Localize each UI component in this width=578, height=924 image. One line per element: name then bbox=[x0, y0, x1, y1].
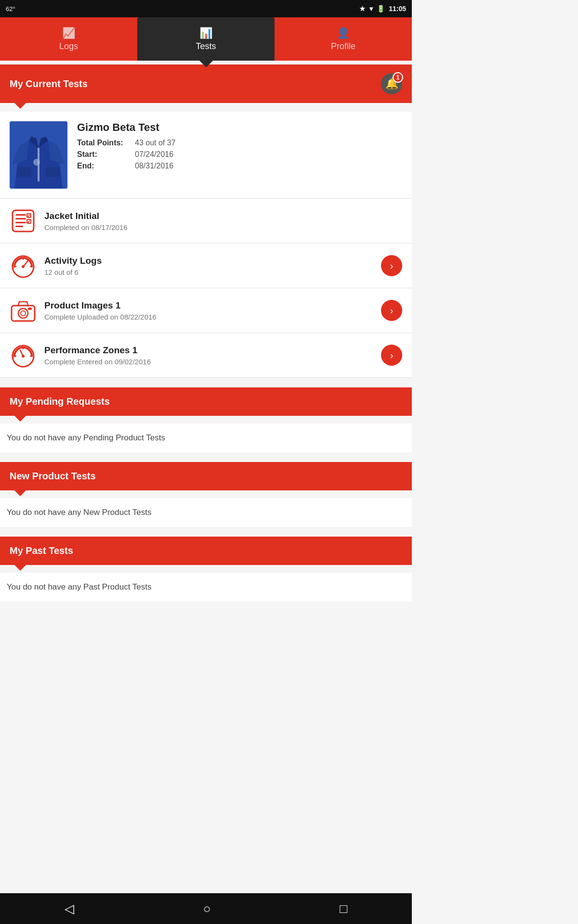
logs-icon: 📈 bbox=[62, 27, 75, 39]
tab-logs-label: Logs bbox=[59, 41, 78, 51]
list-item-product-images[interactable]: Product Images 1 Complete Uploaded on 08… bbox=[0, 288, 412, 333]
svg-rect-6 bbox=[15, 214, 26, 216]
jacket-initial-title: Jacket Initial bbox=[44, 211, 402, 221]
performance-zones-subtitle: Complete Entered on 09/02/2016 bbox=[44, 358, 373, 366]
jacket-initial-content: Jacket Initial Completed on 08/17/2016 bbox=[44, 211, 402, 231]
pending-requests-empty: You do not have any Pending Product Test… bbox=[0, 424, 412, 452]
tab-profile[interactable]: 👤 Profile bbox=[275, 17, 412, 61]
gauge-icon-activity bbox=[10, 252, 37, 279]
svg-point-23 bbox=[21, 311, 26, 316]
new-product-tests-header: New Product Tests bbox=[0, 462, 412, 490]
wifi-icon: ▾ bbox=[369, 5, 373, 13]
svg-rect-8 bbox=[15, 222, 26, 223]
svg-point-17 bbox=[22, 265, 25, 268]
performance-zones-title: Performance Zones 1 bbox=[44, 345, 373, 356]
gauge-icon-performance bbox=[10, 342, 37, 369]
past-tests-title: My Past Tests bbox=[10, 545, 73, 556]
tab-tests[interactable]: 📊 Tests bbox=[137, 17, 275, 61]
checklist-icon bbox=[10, 207, 37, 234]
product-images-subtitle: Complete Uploaded on 08/22/2016 bbox=[44, 313, 373, 321]
svg-rect-24 bbox=[28, 308, 32, 310]
list-item-activity-logs[interactable]: Activity Logs 12 out of 6 › bbox=[0, 244, 412, 288]
start-value: 07/24/2016 bbox=[135, 150, 173, 159]
status-bar: 62° ★ ▾ 🔋 11:05 bbox=[0, 0, 412, 17]
new-product-tests-title: New Product Tests bbox=[10, 471, 96, 482]
back-button[interactable]: ◁ bbox=[65, 901, 74, 916]
jacket-initial-subtitle: Completed on 08/17/2016 bbox=[44, 223, 402, 231]
svg-rect-3 bbox=[17, 167, 31, 177]
temperature: 62° bbox=[6, 5, 15, 13]
current-tests-title: My Current Tests bbox=[10, 78, 88, 90]
new-product-tests-empty: You do not have any New Product Tests bbox=[0, 498, 412, 527]
start-row: Start: 07/24/2016 bbox=[77, 150, 402, 159]
svg-rect-7 bbox=[15, 218, 26, 219]
bluetooth-icon: ★ bbox=[359, 5, 366, 13]
svg-point-30 bbox=[22, 355, 25, 358]
product-images-arrow[interactable]: › bbox=[381, 300, 402, 321]
end-value: 08/31/2016 bbox=[135, 162, 173, 170]
tab-logs[interactable]: 📈 Logs bbox=[0, 17, 137, 61]
profile-icon: 👤 bbox=[337, 27, 350, 39]
camera-icon bbox=[10, 297, 37, 324]
time: 11:05 bbox=[389, 5, 406, 13]
main-content: My Current Tests 🔔 1 bbox=[0, 64, 412, 635]
product-title: Gizmo Beta Test bbox=[77, 121, 402, 134]
performance-zones-content: Performance Zones 1 Complete Entered on … bbox=[44, 345, 373, 366]
activity-logs-arrow[interactable]: › bbox=[381, 255, 402, 276]
notification-count: 1 bbox=[393, 72, 403, 83]
tests-icon: 📊 bbox=[199, 27, 212, 39]
performance-zones-arrow[interactable]: › bbox=[381, 345, 402, 366]
tab-tests-label: Tests bbox=[196, 41, 216, 51]
product-images-title: Product Images 1 bbox=[44, 300, 373, 311]
past-tests-header: My Past Tests bbox=[0, 537, 412, 565]
pending-requests-title: My Pending Requests bbox=[10, 396, 110, 407]
recent-button[interactable]: □ bbox=[340, 901, 347, 916]
battery-icon: 🔋 bbox=[377, 5, 385, 13]
bottom-nav: ◁ ○ □ bbox=[0, 893, 412, 924]
tab-bar: 📈 Logs 📊 Tests 👤 Profile bbox=[0, 17, 412, 61]
total-points-label: Total Points: bbox=[77, 139, 135, 147]
tab-profile-label: Profile bbox=[331, 41, 355, 51]
end-row: End: 08/31/2016 bbox=[77, 162, 402, 170]
status-icons: ★ ▾ 🔋 11:05 bbox=[359, 5, 406, 13]
end-label: End: bbox=[77, 162, 135, 170]
product-card[interactable]: Gizmo Beta Test Total Points: 43 out of … bbox=[0, 112, 412, 199]
activity-logs-subtitle: 12 out of 6 bbox=[44, 268, 373, 276]
svg-point-2 bbox=[33, 159, 40, 166]
activity-logs-content: Activity Logs 12 out of 6 bbox=[44, 256, 373, 276]
list-item-performance-zones[interactable]: Performance Zones 1 Complete Entered on … bbox=[0, 333, 412, 378]
product-images-content: Product Images 1 Complete Uploaded on 08… bbox=[44, 300, 373, 321]
current-tests-header: My Current Tests 🔔 1 bbox=[0, 64, 412, 103]
total-points-value: 43 out of 37 bbox=[135, 139, 176, 147]
svg-point-22 bbox=[18, 308, 28, 318]
past-tests-empty: You do not have any Past Product Tests bbox=[0, 573, 412, 602]
list-item-jacket-initial[interactable]: Jacket Initial Completed on 08/17/2016 bbox=[0, 199, 412, 244]
product-image bbox=[10, 121, 67, 189]
start-label: Start: bbox=[77, 150, 135, 159]
pending-requests-header: My Pending Requests bbox=[0, 387, 412, 416]
product-info: Gizmo Beta Test Total Points: 43 out of … bbox=[77, 121, 402, 173]
activity-logs-title: Activity Logs bbox=[44, 256, 373, 266]
notification-bell[interactable]: 🔔 1 bbox=[381, 73, 402, 94]
total-points-row: Total Points: 43 out of 37 bbox=[77, 139, 402, 147]
svg-rect-9 bbox=[15, 226, 23, 227]
svg-rect-4 bbox=[46, 167, 60, 177]
home-button[interactable]: ○ bbox=[203, 901, 211, 916]
